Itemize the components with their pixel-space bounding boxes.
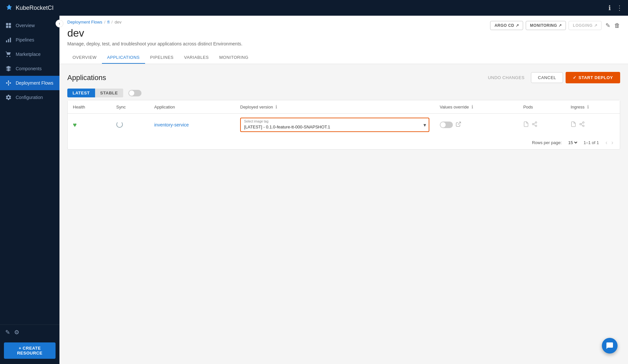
topbar: KubeRocketCI ℹ ⋮ xyxy=(0,0,628,16)
pods-actions xyxy=(523,121,560,129)
col-deployed-version: Deployed version ℹ xyxy=(235,100,435,114)
applications-table-container: Health Sync Application Deployed version… xyxy=(67,100,620,150)
settings-icon[interactable]: ⚙ xyxy=(14,329,19,336)
argo-cd-button[interactable]: ARGO CD ↗ xyxy=(490,21,523,30)
pods-share-icon[interactable] xyxy=(532,121,537,129)
sidebar-item-label: Marketplace xyxy=(16,52,41,57)
cancel-button[interactable]: CANCEL xyxy=(531,72,563,83)
tab-applications[interactable]: APPLICATIONS xyxy=(102,52,145,64)
more-icon[interactable]: ⋮ xyxy=(616,4,623,12)
main-layout: ‹ Overview Pipelines Marketplace Compone… xyxy=(0,16,628,364)
svg-line-15 xyxy=(534,123,536,124)
applications-actions: UNDO CHANGES CANCEL ✓ START DEPLOY xyxy=(484,72,620,83)
svg-rect-0 xyxy=(6,23,8,25)
values-external-link-icon[interactable] xyxy=(455,121,461,129)
sidebar-item-components[interactable]: Components xyxy=(0,61,59,76)
breadcrumb-current: dev xyxy=(115,20,122,25)
sidebar-item-label: Overview xyxy=(16,23,35,28)
svg-line-20 xyxy=(581,123,583,124)
sidebar-item-deployment-flows[interactable]: Deployment Flows xyxy=(0,76,59,90)
page-info: 1–1 of 1 xyxy=(584,140,599,145)
svg-point-11 xyxy=(536,122,537,123)
col-health: Health xyxy=(68,100,111,114)
svg-rect-3 xyxy=(9,26,11,28)
svg-point-12 xyxy=(533,123,534,125)
breadcrumb-fl[interactable]: fl xyxy=(107,20,110,25)
delete-page-icon[interactable]: 🗑 xyxy=(614,22,620,29)
applications-header: Applications UNDO CHANGES CANCEL ✓ START… xyxy=(67,72,620,83)
toggle-stable-button[interactable]: STABLE xyxy=(95,89,123,97)
version-select-dropdown[interactable]: [LATEST] - 0.1.0-feature-tt-000-SNAPSHOT… xyxy=(241,123,429,131)
header-actions: ARGO CD ↗ MONITORING ↗ LOGGING ↗ ✎ 🗑 xyxy=(490,20,620,30)
undo-changes-button[interactable]: UNDO CHANGES xyxy=(484,73,528,82)
col-sync: Sync xyxy=(111,100,149,114)
sidebar-item-pipelines[interactable]: Pipelines xyxy=(0,33,59,47)
deployed-version-info-icon[interactable]: ℹ xyxy=(275,104,277,109)
ingress-info-icon[interactable]: ℹ xyxy=(587,104,589,109)
version-select-label: Select image tag xyxy=(241,118,429,123)
monitoring-button[interactable]: MONITORING ↗ xyxy=(526,21,566,30)
sidebar-item-label: Deployment Flows xyxy=(16,80,53,86)
filter-row: LATEST STABLE xyxy=(67,89,620,97)
cell-values-override xyxy=(435,114,518,136)
col-values-override: Values override ℹ xyxy=(435,100,518,114)
sidebar-bottom: ✎ ⚙ xyxy=(0,324,59,340)
table-header: Health Sync Application Deployed version… xyxy=(68,100,620,114)
next-page-button[interactable]: › xyxy=(610,139,615,147)
logging-button[interactable]: LOGGING ↗ xyxy=(569,21,602,30)
content-area: Deployment Flows / fl / dev dev Manage, … xyxy=(59,16,628,364)
cell-sync xyxy=(111,114,149,136)
tab-variables[interactable]: VARIABLES xyxy=(179,52,214,64)
svg-rect-2 xyxy=(6,26,8,28)
values-override-toggle[interactable] xyxy=(440,122,453,128)
col-application: Application xyxy=(149,100,235,114)
sidebar-item-configuration[interactable]: Configuration xyxy=(0,90,59,105)
prev-page-button[interactable]: ‹ xyxy=(604,139,609,147)
create-resource-button[interactable]: + CREATE RESOURCE xyxy=(4,342,56,359)
svg-point-13 xyxy=(536,125,537,127)
col-ingress: Ingress ℹ xyxy=(565,100,620,114)
breadcrumb-sep-1: / xyxy=(104,20,106,25)
filter-toggle-switch[interactable] xyxy=(128,90,141,96)
cell-application: inventory-service xyxy=(149,114,235,136)
app-logo: KubeRocketCI xyxy=(5,4,608,12)
rows-per-page-select[interactable]: 15 xyxy=(567,140,578,145)
col-pods: Pods xyxy=(518,100,565,114)
sidebar-nav: Overview Pipelines Marketplace Component… xyxy=(0,16,59,324)
pagination-nav: ‹ › xyxy=(604,139,615,147)
checkmark-icon: ✓ xyxy=(573,75,577,80)
application-link[interactable]: inventory-service xyxy=(154,122,189,127)
sidebar-item-label: Pipelines xyxy=(16,37,34,42)
sidebar-item-label: Components xyxy=(16,66,41,71)
svg-point-7 xyxy=(6,82,7,83)
rows-per-page-label: Rows per page: xyxy=(532,140,562,145)
tab-monitoring[interactable]: MONITORING xyxy=(214,52,254,64)
svg-point-17 xyxy=(580,123,582,125)
pods-doc-icon[interactable] xyxy=(523,121,529,129)
toggle-latest-button[interactable]: LATEST xyxy=(67,89,95,97)
tabs-bar: OVERVIEW APPLICATIONS PIPELINES VARIABLE… xyxy=(67,52,620,64)
edit-icon[interactable]: ✎ xyxy=(5,329,10,336)
tab-pipelines[interactable]: PIPELINES xyxy=(145,52,179,64)
tab-overview[interactable]: OVERVIEW xyxy=(67,52,102,64)
external-link-icon: ↗ xyxy=(516,23,519,28)
edit-page-icon[interactable]: ✎ xyxy=(605,22,610,29)
sidebar-item-marketplace[interactable]: Marketplace xyxy=(0,47,59,61)
values-override-info-icon[interactable]: ℹ xyxy=(471,104,473,109)
sidebar-item-overview[interactable]: Overview xyxy=(0,18,59,33)
start-deploy-button[interactable]: ✓ START DEPLOY xyxy=(566,72,620,83)
ingress-doc-icon[interactable] xyxy=(570,121,576,129)
breadcrumb-deployment-flows[interactable]: Deployment Flows xyxy=(67,20,102,25)
breadcrumb-sep-2: / xyxy=(111,20,113,25)
sidebar-collapse-button[interactable]: ‹ xyxy=(56,20,63,27)
svg-rect-4 xyxy=(6,41,7,42)
chat-fab-button[interactable] xyxy=(602,338,618,354)
topbar-actions: ℹ ⋮ xyxy=(608,4,623,12)
table-body: ♥ inventory-service Select image tag xyxy=(68,114,620,136)
sidebar-item-label: Configuration xyxy=(16,95,43,100)
external-link-icon: ↗ xyxy=(594,23,598,28)
breadcrumb: Deployment Flows / fl / dev xyxy=(67,20,242,25)
ingress-share-icon[interactable] xyxy=(579,121,585,129)
info-icon[interactable]: ℹ xyxy=(608,4,611,12)
external-link-icon: ↗ xyxy=(558,23,562,28)
